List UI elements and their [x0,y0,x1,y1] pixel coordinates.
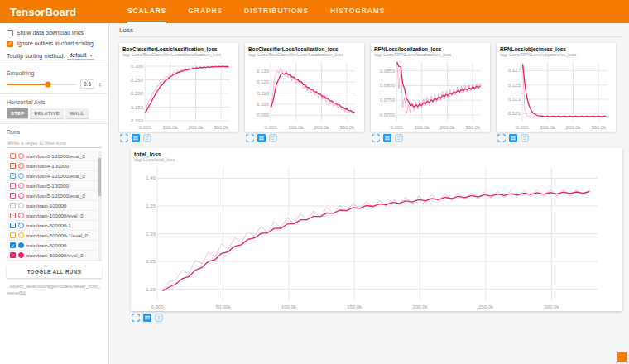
runs-list: train/loss3-100000/eval_0 train/loss4-10… [7,151,102,261]
pin-chart-icon[interactable] [143,134,151,142]
data-table-icon[interactable] [257,134,266,142]
run-row[interactable]: train/train-500000-1 [7,221,101,231]
runs-filter-input[interactable] [7,138,102,148]
run-row[interactable]: train/train-100000 [7,201,101,211]
pin-chart-icon[interactable] [521,134,529,142]
svg-text:200.0k: 200.0k [314,125,329,130]
run-row[interactable]: train/loss5-100000/eval_0 [7,191,101,201]
tab-distributions[interactable]: DISTRIBUTIONS [244,0,309,23]
run-checkbox[interactable] [10,173,16,179]
run-label: train/train-500000-1 [26,223,71,228]
horizontal-axis-buttons: STEPRELATIVEWALL [7,108,102,118]
slider-fill [7,84,48,85]
svg-text:0.0700: 0.0700 [380,113,396,117]
svg-text:200.0k: 200.0k [188,125,204,130]
tooltip-sort-value: default [69,52,86,58]
run-checkbox[interactable] [10,213,16,218]
checkbox-icon[interactable] [7,30,13,36]
chart-block: BoxClassifierLoss/classification_loss ta… [119,43,238,145]
toggle-all-runs-button[interactable]: TOGGLE ALL RUNS [7,266,102,278]
data-table-icon[interactable] [143,314,151,322]
slider-thumb[interactable] [46,81,51,87]
tab-graphs[interactable]: GRAPHS [188,0,223,23]
runs-scrollbar[interactable] [98,158,101,196]
run-isolator-icon[interactable] [18,213,24,218]
expand-chart-icon[interactable] [132,314,140,322]
run-label: train/loss3-100000/eval_0 [26,153,85,159]
chart-tag: tag: Loss/total_loss [134,157,603,162]
expand-chart-icon[interactable] [497,134,506,142]
line-chart[interactable]: 0.07000.07500.08000.08500.000100.0k200.0… [374,58,487,131]
run-checkbox[interactable] [10,193,16,199]
run-row[interactable]: train/train-100000/eval_0 [7,211,101,221]
chart-card: total_loss tag: Loss/total_loss 1.201.25… [131,148,622,311]
run-checkbox[interactable] [10,153,16,159]
data-table-icon[interactable] [132,134,140,142]
category-loss-header[interactable]: Loss [119,26,622,37]
line-chart[interactable]: 0.1210.1230.1250.1270.000100.0k200.0k300… [500,58,612,131]
svg-text:300.0k: 300.0k [465,125,481,130]
line-chart[interactable]: 0.1000.1500.2000.2500.3000.000100.0k200.… [122,58,235,131]
axis-option-relative[interactable]: RELATIVE [30,108,64,118]
run-row[interactable]: train/train-500000 [7,241,101,251]
run-checkbox[interactable] [10,232,16,238]
page-body: Show data download links Ignore outliers… [0,23,629,364]
category-label: Loss [119,26,133,34]
run-isolator-icon[interactable] [18,203,24,208]
smoothing-slider[interactable] [7,84,76,85]
run-checkbox[interactable] [10,223,16,228]
pin-chart-icon[interactable] [155,314,163,322]
chart-block: RPNLoss/objectness_loss tag: Loss/RPNLos… [497,43,616,145]
tab-histograms[interactable]: HISTOGRAMS [330,0,385,23]
run-isolator-icon[interactable] [18,232,24,238]
run-isolator-icon[interactable] [18,153,24,159]
run-row[interactable]: train/loss4-100000 [7,161,101,171]
expand-chart-icon[interactable] [246,134,254,142]
expand-chart-icon[interactable] [120,134,128,142]
line-chart[interactable]: 0.0900.1000.1100.1200.1300.000100.0k200.… [248,58,361,131]
smoothing-label: Smoothing [7,70,102,76]
sidebar: Show data download links Ignore outliers… [0,23,109,364]
axis-option-step[interactable]: STEP [7,108,28,118]
run-isolator-icon[interactable] [18,193,24,199]
run-row[interactable]: train/train-500000/eval_0 [7,251,101,261]
run-isolator-icon[interactable] [18,252,24,258]
ignore-outliers-checkbox[interactable]: Ignore outliers in chart scaling [7,41,102,47]
checkbox-checked-icon[interactable] [7,41,13,47]
axis-option-wall[interactable]: WALL [65,108,89,118]
run-isolator-icon[interactable] [18,173,24,179]
data-table-icon[interactable] [383,134,391,142]
data-table-icon[interactable] [509,134,517,142]
run-isolator-icon[interactable] [18,163,24,169]
pin-chart-icon[interactable] [395,134,403,142]
run-checkbox[interactable] [10,242,16,248]
chart-block: total_loss tag: Loss/total_loss 1.201.25… [131,148,622,324]
run-checkbox[interactable] [10,163,16,169]
run-checkbox[interactable] [10,183,16,189]
svg-text:0.300: 0.300 [131,64,144,69]
divider [0,93,108,94]
runs-label: Runs [7,129,102,135]
run-row[interactable]: train/train-500000-1/eval_0 [7,231,101,241]
stepper-down-icon[interactable]: ▼ [98,84,102,87]
run-isolator-icon[interactable] [18,183,24,189]
pin-chart-icon[interactable] [269,134,277,142]
tooltip-sort-select[interactable]: default ▼ [67,51,94,60]
run-checkbox[interactable] [10,203,16,208]
chart-card: RPNLoss/objectness_loss tag: Loss/RPNLos… [497,43,616,132]
run-row[interactable]: train/loss4-100000/eval_0 [7,171,101,181]
run-isolator-icon[interactable] [18,242,24,248]
expand-chart-icon[interactable] [372,134,380,142]
run-isolator-icon[interactable] [18,223,24,228]
line-chart[interactable]: 1.201.251.301.351.400.00050.00k100.0k150… [134,163,603,310]
tab-scalars[interactable]: SCALARS [127,0,166,23]
run-row[interactable]: train/loss5-100000 [7,181,101,191]
show-download-links-checkbox[interactable]: Show data download links [7,30,102,36]
run-row[interactable]: train/loss3-100000/eval_0 [7,151,101,161]
smoothing-value-input[interactable]: 0.6 [80,79,94,89]
chart-tag: tag: Loss/BoxClassifierLoss/localization… [248,52,361,57]
run-checkbox[interactable] [10,252,16,258]
chart-actions [245,132,364,145]
chart-card: RPNLoss/localization_loss tag: Loss/RPNL… [371,43,490,132]
smoothing-stepper[interactable]: ▲▼ [98,82,102,87]
